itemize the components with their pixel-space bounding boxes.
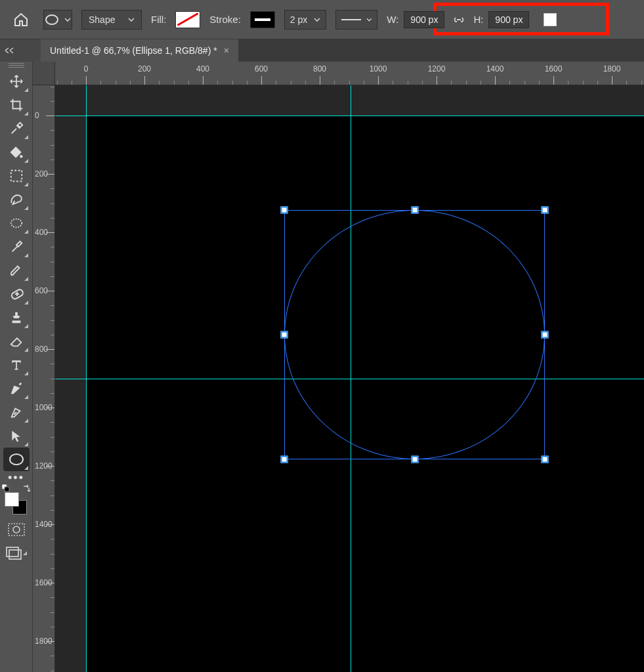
ruler-label: 1800 [35, 637, 53, 646]
magic-wand-tool[interactable] [3, 211, 30, 235]
clone-stamp-tool[interactable] [3, 306, 30, 329]
chevron-down-icon [64, 16, 71, 23]
document-tab[interactable]: Untitled-1 @ 66,7% (Ellipse 1, RGB/8#) *… [41, 39, 238, 62]
svg-rect-1 [11, 171, 22, 182]
dodge-tool-icon [9, 240, 24, 254]
stroke-style-select[interactable] [335, 10, 377, 30]
move-tool-icon [9, 74, 24, 89]
dimensions-group: W: H: [387, 11, 529, 28]
foreground-color[interactable] [5, 492, 19, 507]
dodge-tool[interactable] [3, 235, 30, 259]
fill-label: Fill: [151, 14, 166, 25]
tool-mode-label: Shape [89, 14, 115, 25]
height-label: H: [473, 14, 483, 25]
document-title: Untitled-1 @ 66,7% (Ellipse 1, RGB/8#) * [50, 45, 217, 56]
move-tool[interactable] [3, 70, 30, 93]
ruler-label: 1400 [35, 520, 53, 529]
fountain-pen-tool-icon [9, 405, 24, 419]
stroke-label: Stroke: [209, 14, 241, 25]
brush-tool-icon [9, 263, 24, 278]
svg-rect-10 [9, 550, 21, 559]
default-colors-icon[interactable] [2, 484, 10, 492]
ruler-label: 200 [138, 64, 151, 74]
curvature-pen-tool[interactable] [3, 400, 30, 424]
lasso-tool-icon [9, 192, 24, 207]
lasso-tool[interactable] [3, 188, 30, 211]
clone-stamp-tool-icon [9, 310, 24, 325]
home-icon [13, 12, 29, 28]
transform-handle[interactable] [542, 331, 549, 339]
ellipse-icon [45, 14, 59, 26]
svg-point-2 [11, 219, 22, 228]
magic-wand-tool-icon [9, 216, 24, 230]
healing-brush-tool[interactable] [3, 282, 30, 306]
path-selection-tool[interactable] [3, 424, 30, 448]
screen-mode-button[interactable] [3, 542, 30, 564]
pen-tool[interactable] [3, 377, 30, 400]
tool-preset-picker[interactable] [43, 10, 72, 30]
transform-handle[interactable] [411, 207, 418, 214]
brush-tool[interactable] [3, 259, 30, 282]
width-label: W: [387, 14, 398, 25]
width-input[interactable] [404, 11, 444, 28]
transform-handle[interactable] [281, 331, 288, 339]
transform-handle[interactable] [281, 456, 288, 463]
horizontal-ruler[interactable]: 0200400600800100012001400160018002000 [55, 62, 644, 85]
quick-mask-button[interactable] [3, 518, 30, 541]
eyedropper-tool[interactable] [3, 117, 30, 140]
ruler-label: 600 [255, 64, 268, 74]
align-edges-button[interactable] [544, 13, 557, 26]
link-icon [452, 14, 465, 25]
eraser-tool-icon [9, 334, 24, 348]
stroke-width-select[interactable]: 2 px [284, 10, 326, 30]
paint-bucket-tool[interactable] [3, 140, 30, 164]
close-tab-button[interactable]: × [224, 45, 229, 56]
edit-toolbar-button[interactable]: ••• [3, 471, 30, 484]
fill-color-swatch[interactable] [175, 11, 200, 28]
ruler-label: 1000 [35, 403, 53, 412]
ruler-label: 1200 [428, 64, 446, 74]
svg-point-4 [10, 454, 23, 465]
chevron-down-icon [128, 16, 135, 23]
home-button[interactable] [8, 7, 34, 33]
tool-mode-select[interactable]: Shape [81, 10, 142, 30]
ruler-label: 400 [35, 228, 48, 237]
swap-colors-icon[interactable] [22, 484, 31, 494]
expand-panel-icon[interactable] [4, 46, 16, 55]
pen-tool-icon [9, 381, 24, 396]
eyedropper-tool-icon [9, 121, 24, 136]
color-swatches[interactable] [3, 488, 30, 514]
svg-rect-7 [9, 524, 24, 536]
ruler-origin[interactable] [33, 62, 55, 85]
ruler-label: 0 [84, 64, 89, 74]
type-tool[interactable] [3, 353, 30, 377]
ruler-label: 1200 [35, 461, 53, 471]
marquee-tool[interactable] [3, 164, 30, 188]
canvas-viewport[interactable] [55, 85, 644, 672]
stroke-preview-icon [255, 18, 270, 21]
transform-handle[interactable] [411, 456, 418, 463]
link-dimensions-button[interactable] [450, 11, 468, 28]
transform-handle[interactable] [542, 456, 549, 463]
transform-bounding-box[interactable] [284, 210, 545, 459]
panel-collapse-strip [0, 39, 41, 62]
marquee-tool-icon [9, 169, 24, 183]
transform-handle[interactable] [542, 207, 549, 214]
vertical-ruler[interactable]: 0200400600800100012001400160018002000 [33, 85, 55, 672]
ellipse-tool[interactable] [3, 448, 30, 471]
crop-tool[interactable] [3, 93, 30, 117]
transform-handle[interactable] [281, 207, 288, 214]
stroke-width-value: 2 px [290, 14, 307, 25]
eraser-tool[interactable] [3, 329, 30, 353]
stroke-color-swatch[interactable] [250, 11, 275, 28]
screen-mode-icon [6, 547, 22, 560]
ruler-label: 600 [35, 286, 48, 295]
type-tool-icon [10, 358, 23, 371]
height-input[interactable] [488, 11, 529, 28]
svg-rect-6 [5, 487, 9, 492]
panel-grip-icon[interactable] [7, 63, 26, 68]
tools-panel: ••• [0, 62, 33, 672]
chevron-down-icon [314, 16, 320, 23]
guide-horizontal[interactable] [55, 116, 644, 116]
ruler-label: 1600 [35, 578, 53, 587]
